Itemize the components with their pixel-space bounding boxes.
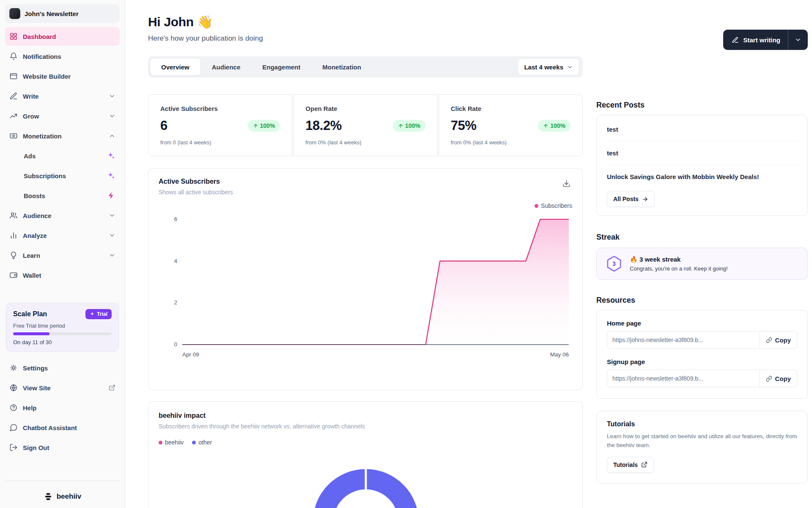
sidebar-item-label: Grow xyxy=(23,113,104,120)
stat-change-badge: 100% xyxy=(538,120,571,132)
subscribers-chart-card: Active Subscribers Shows all active subs… xyxy=(148,168,583,390)
help-circle-icon xyxy=(9,403,18,412)
trial-badge[interactable]: Trial xyxy=(85,309,112,319)
sidebar-item-chatbot-assistant[interactable]: Chatbot Assistant xyxy=(5,418,120,437)
impact-chart-card: beehiiv impact Subscribers driven throug… xyxy=(148,401,583,508)
tab-engagement[interactable]: Engagement xyxy=(251,58,311,76)
post-list-item[interactable]: Unlock Savings Galore with Mobbin Weekly… xyxy=(607,165,797,188)
plan-period-label: Free Trial time period xyxy=(13,323,112,329)
start-writing-label: Start writing xyxy=(743,36,780,44)
streak-title: 🔥 3 week streak xyxy=(630,256,728,263)
sparkle-icon xyxy=(90,312,95,317)
stats-row: Active Subscribers 6 100% from 0 (last 4… xyxy=(148,94,583,156)
sidebar-item-settings[interactable]: Settings xyxy=(5,359,120,377)
sidebar-item-boosts[interactable]: Boosts xyxy=(5,186,120,205)
sidebar-item-label: Website Builder xyxy=(23,73,115,80)
workspace-avatar xyxy=(9,8,20,19)
sidebar-item-help[interactable]: Help xyxy=(5,398,120,417)
sidebar-item-label: Wallet xyxy=(23,272,115,279)
sidebar-item-ads[interactable]: Ads xyxy=(5,146,120,165)
chart-title: Active Subscribers xyxy=(159,178,233,185)
sidebar-item-write[interactable]: Write xyxy=(5,87,120,105)
sidebar-item-label: Help xyxy=(23,404,115,411)
globe-icon xyxy=(9,384,18,392)
tutorials-button[interactable]: Tutorials xyxy=(607,457,654,473)
sidebar-item-label: Sign Out xyxy=(23,444,115,451)
tutorials-card: Tutorials Learn how to get started on be… xyxy=(596,411,808,483)
tab-audience[interactable]: Audience xyxy=(201,58,252,76)
sidebar-item-analyze[interactable]: Analyze xyxy=(5,226,120,245)
sidebar-item-label: View Site xyxy=(23,384,104,392)
sidebar-item-subscriptions[interactable]: Subscriptions xyxy=(5,166,120,185)
legend-dot-icon xyxy=(192,441,196,444)
sidebar-item-website-builder[interactable]: Website Builder xyxy=(5,67,120,86)
post-list-item[interactable]: test xyxy=(607,118,797,141)
streak-hexagon-icon: 3 xyxy=(605,255,623,273)
plan-title: Scale Plan xyxy=(13,310,47,318)
start-writing-button[interactable]: Start writing xyxy=(723,30,788,50)
sidebar-item-learn[interactable]: Learn xyxy=(5,246,120,265)
workspace-name: John's Newsletter xyxy=(25,10,79,17)
streak-message: Congrats, you're on a roll. Keep it goin… xyxy=(630,265,728,272)
period-selector[interactable]: Last 4 weeks xyxy=(518,58,579,75)
chart-subtitle: Shows all active subscribers xyxy=(159,189,233,196)
chart-subtitle: Subscribers driven through the beehiiv n… xyxy=(159,423,572,430)
legend-item-other: other xyxy=(192,439,212,446)
sidebar-item-label: Ads xyxy=(24,152,107,160)
impact-donut-chart xyxy=(159,446,573,508)
copy-signup-url-button[interactable]: Copy xyxy=(760,370,798,387)
stat-label: Click Rate xyxy=(451,105,571,112)
chevron-down-icon xyxy=(109,232,115,239)
chevron-down-icon xyxy=(109,252,115,259)
sidebar-item-sign-out[interactable]: Sign Out xyxy=(5,438,120,457)
post-list-item[interactable]: test xyxy=(607,141,797,165)
sidebar-item-label: Settings xyxy=(23,364,115,372)
sidebar-footer-nav: Settings View Site Help Chatbot Assistan… xyxy=(5,359,120,458)
streak-count: 3 xyxy=(605,255,623,273)
signup-page-url-input[interactable] xyxy=(607,370,760,387)
stat-change-value: 100% xyxy=(260,122,275,129)
download-chart-button[interactable] xyxy=(561,178,572,190)
download-icon xyxy=(562,179,571,188)
streak-heading: Streak xyxy=(596,233,808,242)
sidebar-item-wallet[interactable]: Wallet xyxy=(5,266,120,284)
y-tick-label: 0 xyxy=(174,341,177,348)
plan-day-label: On day 11 of 30 xyxy=(13,339,112,345)
sidebar-item-label: Boosts xyxy=(24,192,107,199)
sidebar-item-grow[interactable]: Grow xyxy=(5,107,120,125)
pencil-icon xyxy=(9,92,18,100)
all-posts-button[interactable]: All Posts xyxy=(607,191,655,207)
x-tick-label-end: May 06 xyxy=(550,351,569,358)
workspace-switcher[interactable]: John's Newsletter xyxy=(5,4,120,23)
wallet-icon xyxy=(9,271,18,279)
external-link-icon xyxy=(641,461,647,468)
sidebar-item-dashboard[interactable]: Dashboard xyxy=(5,27,120,46)
tab-monetization[interactable]: Monetization xyxy=(311,58,372,76)
start-writing-menu-button[interactable] xyxy=(788,30,808,50)
sidebar-item-monetization[interactable]: Monetization xyxy=(5,127,120,145)
bar-chart-icon xyxy=(9,231,18,240)
main: Hi John 👋 Here's how your publication is… xyxy=(125,0,812,508)
sidebar-item-view-site[interactable]: View Site xyxy=(5,378,120,397)
streak-card: 3 🔥 3 week streak Congrats, you're on a … xyxy=(596,248,808,280)
tutorials-button-label: Tutorials xyxy=(613,461,638,468)
sidebar-item-notifications[interactable]: Notifications xyxy=(5,47,120,66)
resources-card: Home page Copy Signup page Copy xyxy=(596,310,808,399)
sidebar-item-label: Audience xyxy=(23,212,104,219)
sidebar-item-label: Write xyxy=(23,93,104,100)
copy-home-url-button[interactable]: Copy xyxy=(760,331,798,349)
chevron-down-icon xyxy=(567,64,573,70)
external-link-icon xyxy=(109,384,115,391)
stat-value: 6 xyxy=(160,118,167,133)
stat-baseline: from 0% (last 4 weeks) xyxy=(451,139,571,146)
chevron-up-icon xyxy=(109,133,115,139)
trial-progress-bar xyxy=(13,332,112,335)
stat-value: 18.2% xyxy=(305,118,341,133)
tab-overview[interactable]: Overview xyxy=(150,58,201,76)
brand-name: beehiiv xyxy=(57,492,82,501)
home-page-url-input[interactable] xyxy=(607,331,760,349)
impact-legend: beehiiv other xyxy=(159,439,572,446)
sidebar-item-label: Notifications xyxy=(23,53,115,60)
sidebar-item-audience[interactable]: Audience xyxy=(5,206,120,225)
page-title: Hi John 👋 xyxy=(148,14,583,29)
